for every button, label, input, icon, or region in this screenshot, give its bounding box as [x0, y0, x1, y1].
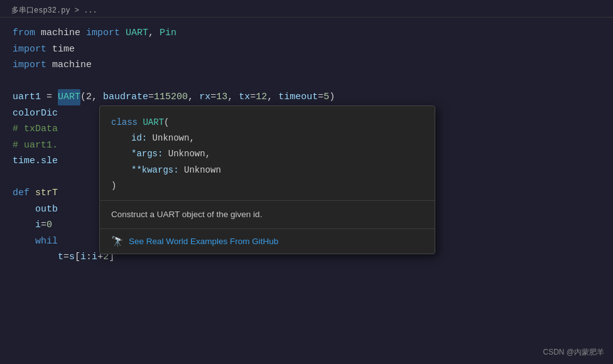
eq6: = [63, 249, 69, 265]
comment-txdata: # txData [13, 121, 58, 137]
eq3: = [250, 89, 256, 105]
popup-description: Construct a UART object of the given id. [100, 201, 435, 229]
eq1: = [148, 89, 154, 105]
val-rx: 13 [216, 89, 227, 105]
module-machine2: machine [52, 57, 92, 73]
param-tx: tx [239, 89, 250, 105]
comma1: , [148, 25, 160, 41]
tab-label: 多串口esp32.py > ... [6, 4, 102, 17]
keyword-from: from [13, 25, 41, 41]
popup-param-args-type: Unknown [168, 146, 205, 162]
popup-param-kwargs-type: Unknown [184, 163, 221, 178]
indent2 [13, 217, 35, 233]
keyword-def: def [13, 185, 35, 201]
keyword-while: whil [35, 233, 58, 250]
code-line-3: import machine [13, 57, 600, 73]
val-tx: 12 [256, 89, 267, 105]
assign-eq: = [46, 89, 58, 105]
var-colorDic: colorDic [13, 105, 58, 122]
module-machine: machine [41, 25, 86, 41]
comma-sep: , [188, 89, 199, 105]
var-i2: i [80, 249, 86, 265]
val-timeout: 5 [323, 89, 329, 105]
var-i3: i [92, 249, 97, 265]
code-line-5: uart1 = UART (2, baudrate = 115200 , rx … [13, 89, 600, 105]
var-outb: outb [35, 201, 58, 218]
class-pin: Pin [160, 25, 176, 41]
param-rx: rx [199, 89, 210, 105]
code-line-4 [13, 73, 600, 90]
editor-background: 多串口esp32.py > ... from machine import UA… [0, 0, 613, 364]
popup-class-name: UART [143, 115, 164, 131]
comment-uart1: # uart1. [13, 137, 58, 154]
autocomplete-popup: class UART ( id: Unknown , *args: Unknow… [99, 105, 435, 254]
indent4 [13, 249, 58, 265]
popup-param-id-comma: , [189, 131, 194, 146]
var-t: t [58, 249, 63, 265]
class-uart: UART [126, 25, 148, 41]
time-sle: time.sle [13, 153, 58, 169]
module-time: time [52, 41, 75, 58]
popup-param-id-label: id: [131, 131, 153, 146]
popup-signature: class UART ( id: Unknown , *args: Unknow… [100, 106, 435, 201]
tab-bar: 多串口esp32.py > ... [0, 0, 613, 18]
val-0: 0 [46, 217, 52, 233]
popup-link-text: See Real World Examples From GitHub [129, 237, 278, 246]
indent3 [13, 233, 35, 250]
popup-param-id-type: Unknown [153, 131, 190, 146]
indent1 [13, 201, 35, 218]
keyword-import: import [86, 25, 126, 41]
watermark-text: CSDN @内蒙肥羊 [543, 348, 604, 356]
popup-paren-close: ) [111, 178, 116, 194]
popup-param-kwargs-label: **kwargs: [131, 163, 184, 178]
popup-github-link[interactable]: 🔭 See Real World Examples From GitHub [100, 229, 435, 254]
code-line-1: from machine import UART , Pin [13, 25, 600, 41]
popup-paren-open: ( [164, 115, 169, 131]
popup-param-args-comma: , [205, 146, 210, 162]
c2: , [227, 89, 239, 105]
uart-args: (2, [80, 89, 103, 105]
close-paren: ) [329, 89, 335, 105]
code-line-2: import time [13, 41, 600, 58]
colon-slice: : [86, 249, 92, 265]
param-baudrate: baudrate [103, 89, 148, 105]
popup-param-args-label: *args: [131, 146, 168, 162]
param-timeout: timeout [278, 89, 318, 105]
fn-strT: strT [35, 185, 58, 201]
popup-desc-text: Construct a UART object of the given id. [111, 210, 262, 219]
eq2: = [210, 89, 216, 105]
slice: [ [75, 249, 80, 265]
eq4: = [318, 89, 323, 105]
telescope-icon: 🔭 [111, 235, 124, 247]
var-i: i [35, 217, 41, 233]
keyword-import2: import [13, 41, 52, 58]
var-s: s [69, 249, 75, 265]
class-keyword: class [111, 115, 143, 131]
var-uart1: uart1 [13, 89, 46, 105]
val-baudrate: 115200 [154, 89, 188, 105]
eq5: = [41, 217, 46, 233]
watermark: CSDN @内蒙肥羊 [543, 347, 604, 358]
keyword-import3: import [13, 57, 52, 73]
c3: , [267, 89, 278, 105]
uart-call: UART [58, 89, 80, 105]
